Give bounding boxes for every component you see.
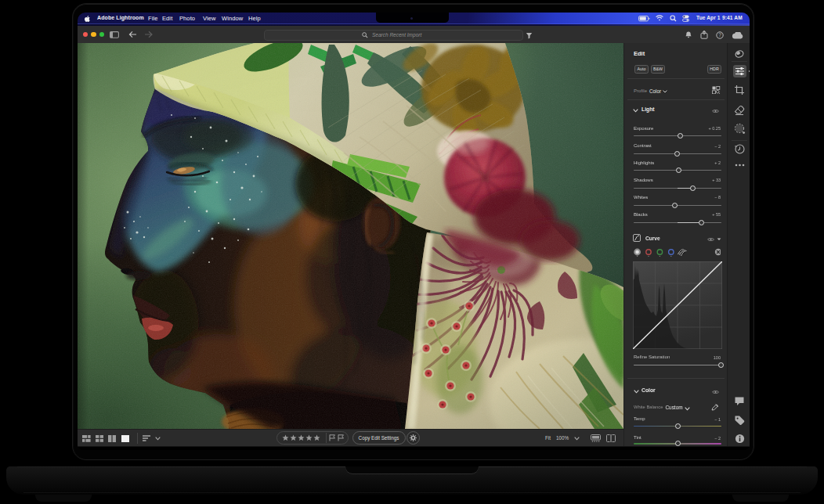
svg-text:?: ? [718,32,721,38]
